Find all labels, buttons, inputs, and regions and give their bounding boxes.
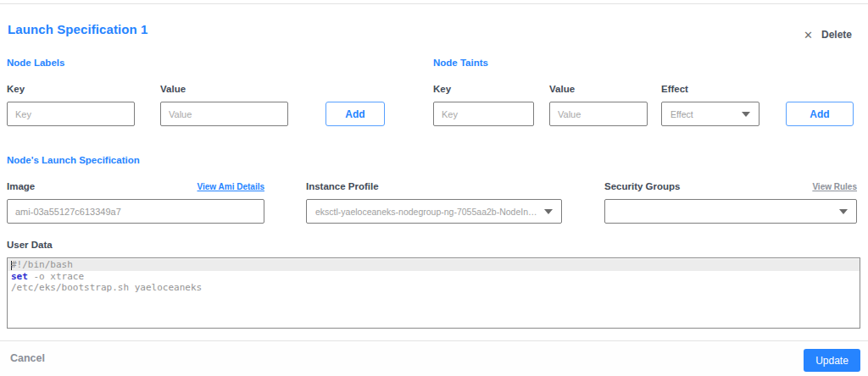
security-groups-label: Security Groups <box>604 181 680 191</box>
top-divider <box>0 3 868 4</box>
delete-button-label: Delete <box>821 29 852 41</box>
chevron-down-icon <box>544 209 553 214</box>
node-labels-add-button[interactable]: Add <box>326 102 385 126</box>
node-taints-value-label: Value <box>549 84 648 94</box>
user-data-editor[interactable]: #!/bin/bash set -o xtrace /etc/eks/boots… <box>7 257 860 329</box>
chevron-down-icon <box>742 112 750 117</box>
node-labels-key-input[interactable] <box>7 102 135 126</box>
security-groups-select[interactable] <box>604 199 857 224</box>
cancel-button[interactable]: Cancel <box>10 352 45 364</box>
node-taints-effect-select[interactable]: Effect <box>661 102 760 126</box>
launch-spec-panel: Launch Specification 1 ✕ Delete Node Lab… <box>0 0 868 376</box>
footer-bar: Cancel Update <box>0 340 868 376</box>
node-taints-section: Node Taints Key Value Effect Effect Add <box>433 58 854 126</box>
node-labels-value-input[interactable] <box>160 102 288 126</box>
node-labels-heading: Node Labels <box>7 58 385 68</box>
update-button[interactable]: Update <box>804 349 860 372</box>
close-icon: ✕ <box>804 30 813 41</box>
instance-profile-label: Instance Profile <box>306 181 379 191</box>
chevron-down-icon <box>839 209 848 214</box>
code-line-1: #!/bin/bash <box>8 259 860 271</box>
node-taints-add-button[interactable]: Add <box>786 102 854 126</box>
effect-select-placeholder: Effect <box>670 109 693 119</box>
view-ami-details-link[interactable]: View Ami Details <box>198 182 264 191</box>
node-taints-key-input[interactable] <box>433 102 534 126</box>
user-data-label: User Data <box>7 240 860 250</box>
instance-profile-value: eksctl-yaeloceaneks-nodegroup-ng-7055aa2… <box>315 207 539 217</box>
launch-spec-heading: Node's Launch Specification <box>7 155 857 165</box>
image-input[interactable] <box>7 199 264 224</box>
code-line-2: set -o xtrace <box>8 271 860 283</box>
node-labels-value-label: Value <box>160 84 288 94</box>
instance-profile-select[interactable]: eksctl-yaeloceaneks-nodegroup-ng-7055aa2… <box>306 199 562 224</box>
delete-button[interactable]: ✕ Delete <box>804 29 852 41</box>
code-line-3: /etc/eks/bootstrap.sh yaeloceaneks <box>8 282 860 294</box>
launch-spec-section: Node's Launch Specification Image View A… <box>7 155 857 224</box>
node-taints-key-label: Key <box>433 84 534 94</box>
node-labels-key-label: Key <box>7 84 135 94</box>
image-label: Image <box>7 181 35 191</box>
user-data-section: User Data #!/bin/bash set -o xtrace /etc… <box>7 240 860 329</box>
node-labels-section: Node Labels Key Value Add <box>7 58 385 126</box>
view-rules-link[interactable]: View Rules <box>812 182 857 191</box>
page-title: Launch Specification 1 <box>8 22 148 36</box>
node-taints-effect-label: Effect <box>661 84 760 94</box>
node-taints-value-input[interactable] <box>549 102 648 126</box>
node-taints-heading: Node Taints <box>433 58 854 68</box>
